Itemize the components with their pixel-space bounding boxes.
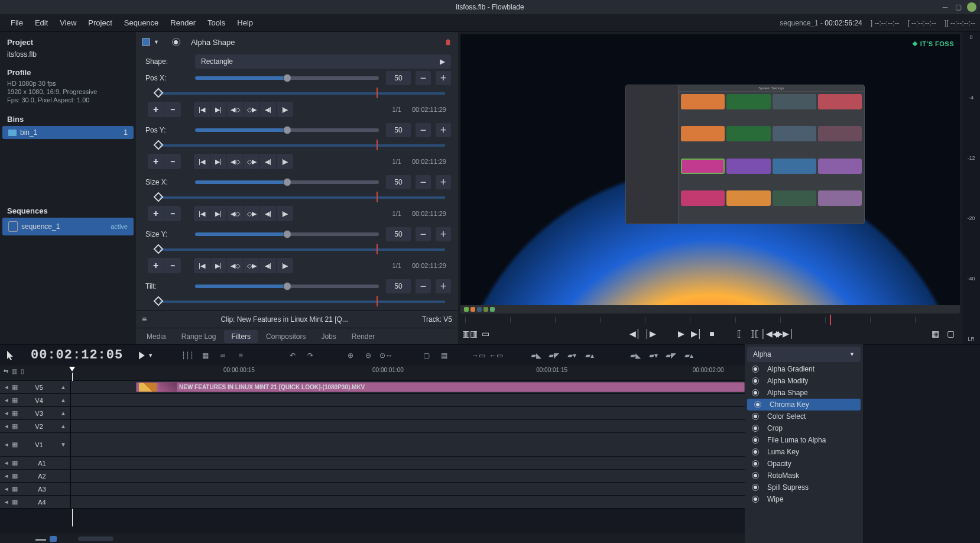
first-kf-button[interactable]: |◀ — [194, 102, 210, 117]
timeline-clip[interactable]: NEW FEATURES IN LINUX MINT 21 [QUICK LOO… — [136, 382, 745, 392]
track-header-V4[interactable]: ◂ ▦ V4 ▲ — [0, 394, 71, 406]
track-body-V5[interactable]: NEW FEATURES IN LINUX MINT 21 [QUICK LOO… — [71, 381, 745, 393]
track-header-V3[interactable]: ◂ ▦ V3 ▲ — [0, 407, 71, 419]
param-value-input[interactable]: 50 — [386, 227, 411, 241]
mute-icon[interactable]: ◂ — [4, 410, 9, 417]
overwrite-c-icon[interactable]: ▰◤ — [665, 350, 677, 361]
undo-icon[interactable]: ↶ — [287, 350, 298, 361]
mute-icon[interactable]: ◂ — [4, 486, 9, 493]
filter-item-opacity[interactable]: Opacity — [745, 458, 863, 470]
add-kf-button[interactable]: ✚ — [148, 102, 164, 117]
insert-d-icon[interactable]: ▰▴ — [583, 350, 595, 361]
play-forward-button[interactable]: ▶ — [674, 327, 689, 340]
lock-icon[interactable]: ▦ — [12, 397, 18, 404]
track-header-A4[interactable]: ◂ ▦ A4 — [0, 496, 71, 508]
filter-item-alpha-shape[interactable]: Alpha Shape — [745, 387, 863, 399]
menu-tools[interactable]: Tools — [202, 15, 231, 31]
filter-item-crop[interactable]: Crop — [745, 422, 863, 434]
mark-both-button[interactable]: ⟧⟦ — [748, 327, 762, 340]
mute-icon[interactable]: ◂ — [4, 460, 9, 467]
minus-button[interactable]: − — [416, 71, 431, 85]
track-body-A4[interactable] — [71, 496, 745, 508]
lock-icon[interactable]: ▦ — [12, 499, 18, 506]
keyframe-track[interactable] — [154, 140, 451, 151]
cut-icon[interactable]: ▢ — [420, 350, 432, 361]
prev-kf-button[interactable]: ◀◇ — [227, 206, 244, 221]
next-frame-button[interactable]: |▶ — [277, 102, 293, 117]
filter-category-select[interactable]: Alpha ▼ — [747, 347, 861, 362]
zoom-in-icon[interactable]: ⊕ — [345, 350, 356, 361]
track-arrow-icon[interactable]: ▲ — [60, 397, 66, 403]
track-arrow-icon[interactable]: ▲ — [60, 410, 66, 416]
menu-help[interactable]: Help — [231, 15, 259, 31]
sequence-item[interactable]: sequence_1 active — [2, 218, 134, 235]
tool-cursor-icon[interactable] — [5, 350, 17, 361]
film-icon[interactable]: ▤ — [438, 350, 450, 361]
insert-c-icon[interactable]: ▰▾ — [566, 350, 577, 361]
lock-icon[interactable]: ▦ — [12, 460, 18, 467]
track-arrow-icon[interactable]: ▼ — [60, 441, 66, 448]
ruler-tool-icon[interactable]: ▥ — [12, 368, 17, 374]
param-value-input[interactable]: 50 — [386, 123, 411, 137]
mute-icon[interactable]: ◂ — [4, 397, 9, 404]
shape-select[interactable]: Rectangle ▶ — [195, 54, 451, 69]
filter-item-wipe[interactable]: Wipe — [745, 493, 863, 505]
first-kf-button[interactable]: |◀ — [194, 154, 210, 169]
play-button[interactable]: │▶ — [644, 327, 658, 340]
zoom-out-icon[interactable]: ⊖ — [362, 350, 374, 361]
hamburger-icon[interactable]: ≡ — [142, 315, 147, 324]
mute-icon[interactable]: ◂ — [4, 499, 9, 506]
menu-file[interactable]: File — [5, 15, 29, 31]
play-cursor-icon[interactable] — [137, 351, 147, 360]
track-header-V5[interactable]: ◂ ▦ V5 ▲ — [0, 381, 71, 393]
track-body-V1[interactable] — [71, 433, 745, 456]
stop-button[interactable]: ■ — [705, 327, 719, 340]
del-kf-button[interactable]: ━ — [164, 102, 181, 117]
preview-video[interactable]: ❖ IT'S FOSS System Settings — [460, 34, 960, 313]
filter-enable-checkbox[interactable] — [142, 38, 150, 46]
filter-kf-mode-icon[interactable] — [172, 38, 180, 46]
lock-icon[interactable]: ▦ — [12, 410, 18, 417]
trash-icon[interactable] — [444, 37, 452, 47]
next-frame-button[interactable]: ▶│ — [690, 327, 704, 340]
filter-item-color-select[interactable]: Color Select — [745, 411, 863, 422]
plus-button[interactable]: + — [436, 123, 451, 137]
prev-kf-button[interactable]: ◀◇ — [227, 102, 244, 117]
track-arrow-icon[interactable]: ▲ — [60, 423, 66, 429]
overwrite-d-icon[interactable]: ▰▴ — [683, 350, 695, 361]
filter-item-rotomask[interactable]: RotoMask — [745, 470, 863, 481]
plus-button[interactable]: + — [436, 227, 451, 241]
tab-compositors[interactable]: Compositors — [259, 330, 313, 343]
ruler-tool-icon[interactable]: ▯ — [21, 368, 24, 374]
track-header-V1[interactable]: ◂ ▦ V1 ▼ — [0, 433, 71, 456]
view-mode-b-icon[interactable]: ▢ — [943, 327, 958, 340]
first-kf-button[interactable]: |◀ — [194, 206, 210, 221]
close-button[interactable] — [967, 2, 976, 12]
timeline-ruler[interactable]: ⇆ ▥ ▯ 00:00:00:1500:00:01:0000:00:01:150… — [0, 366, 745, 381]
track-header-A1[interactable]: ◂ ▦ A1 — [0, 457, 71, 469]
prev-button[interactable]: ◀│ — [628, 327, 642, 340]
track-body-V2[interactable] — [71, 420, 745, 432]
last-kf-button[interactable]: ▶| — [210, 258, 227, 273]
param-slider[interactable] — [195, 285, 379, 288]
chevron-down-icon[interactable]: ▼ — [154, 39, 159, 45]
param-value-input[interactable]: 50 — [386, 279, 411, 293]
param-value-input[interactable]: 50 — [386, 175, 411, 189]
next-kf-button[interactable]: ◇▶ — [244, 206, 260, 221]
keyframe-track[interactable] — [154, 192, 451, 203]
next-frame-button[interactable]: |▶ — [277, 258, 293, 273]
minimize-button[interactable]: ─ — [941, 3, 949, 11]
next-kf-button[interactable]: ◇▶ — [244, 154, 260, 169]
ruler-tool-icon[interactable]: ⇆ — [4, 368, 8, 374]
playhead[interactable] — [71, 367, 73, 380]
filter-item-file-luma-to-alpha[interactable]: File Luma to Alpha — [745, 434, 863, 446]
menu-project[interactable]: Project — [82, 15, 118, 31]
last-kf-button[interactable]: ▶| — [210, 154, 227, 169]
timeline-scrollbar[interactable]: ▬▬ — [0, 534, 745, 543]
goto-end-button[interactable]: ▶▶│ — [778, 327, 793, 340]
plus-button[interactable]: + — [436, 71, 451, 85]
next-frame-button[interactable]: |▶ — [277, 154, 293, 169]
overwrite-a-icon[interactable]: ▰◣ — [629, 350, 641, 361]
prev-frame-button[interactable]: ◀| — [260, 258, 277, 273]
splice-out-icon[interactable]: →▭ — [472, 350, 484, 361]
